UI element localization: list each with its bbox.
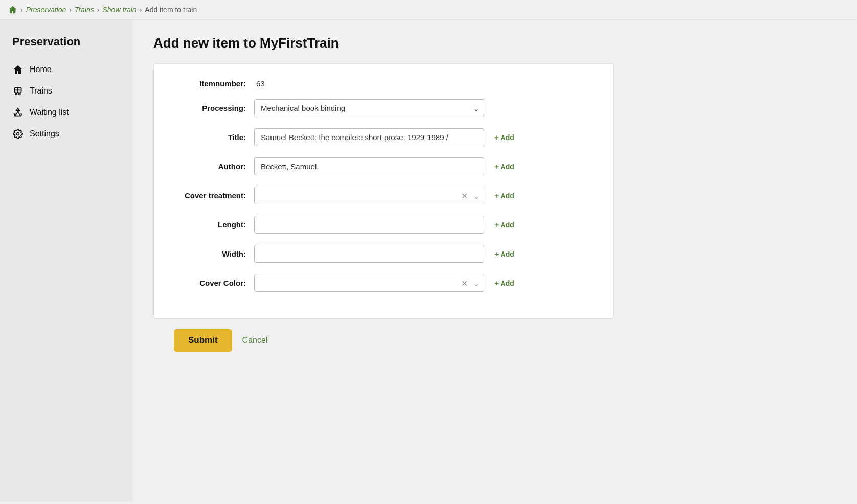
breadcrumb: › Preservation › Trains › Show train › A…	[0, 0, 857, 20]
settings-icon	[12, 128, 24, 140]
title-row: Title: + Add	[174, 128, 593, 146]
width-label: Width:	[174, 249, 246, 258]
cancel-button[interactable]: Cancel	[242, 336, 268, 345]
length-label: Lenght:	[174, 220, 246, 229]
author-add-button[interactable]: + Add	[492, 163, 516, 171]
length-input[interactable]	[254, 216, 484, 234]
width-row: Width: + Add	[174, 245, 593, 263]
itemnumber-value: 63	[254, 79, 265, 88]
title-input[interactable]	[254, 128, 484, 146]
form-actions: Submit Cancel	[153, 319, 837, 357]
svg-point-7	[17, 133, 19, 135]
sidebar-item-trains[interactable]: Trains	[0, 80, 133, 102]
sidebar-title: Preservation	[0, 30, 133, 59]
sidebar-waiting-label: Waiting list	[30, 108, 69, 117]
processing-select[interactable]: Mechanical book binding Hand binding Dig…	[254, 99, 484, 117]
main-content: Add new item to MyFirstTrain Itemnumber:…	[133, 20, 857, 502]
itemnumber-row: Itemnumber: 63	[174, 79, 593, 88]
cover-treatment-add-button[interactable]: + Add	[492, 192, 516, 200]
sidebar-item-waiting-list[interactable]: Waiting list	[0, 102, 133, 123]
itemnumber-label: Itemnumber:	[174, 79, 246, 88]
processing-select-wrapper: Mechanical book binding Hand binding Dig…	[254, 99, 484, 117]
sidebar-home-label: Home	[30, 65, 52, 74]
breadcrumb-sep-4: ›	[140, 6, 142, 14]
cover-treatment-label: Cover treatment:	[174, 191, 246, 200]
cover-color-add-button[interactable]: + Add	[492, 279, 516, 287]
form-card: Itemnumber: 63 Processing: Mechanical bo…	[153, 63, 614, 319]
breadcrumb-trains[interactable]: Trains	[75, 6, 94, 14]
svg-point-1	[15, 93, 17, 95]
sidebar-item-home[interactable]: Home	[0, 59, 133, 80]
cover-treatment-row: Cover treatment: ✕ ⌄ + Add	[174, 187, 593, 204]
sidebar: Preservation Home T	[0, 20, 133, 502]
breadcrumb-current: Add item to train	[145, 6, 197, 14]
sidebar-settings-label: Settings	[30, 129, 59, 139]
sidebar-item-settings[interactable]: Settings	[0, 123, 133, 145]
home-breadcrumb-icon[interactable]	[8, 5, 17, 14]
submit-button[interactable]: Submit	[174, 329, 232, 352]
cover-color-clear-icon[interactable]: ✕	[461, 278, 468, 288]
page-title: Add new item to MyFirstTrain	[153, 35, 837, 51]
length-add-button[interactable]: + Add	[492, 221, 516, 229]
breadcrumb-preservation[interactable]: Preservation	[26, 6, 66, 14]
svg-point-2	[19, 93, 20, 95]
processing-label: Processing:	[174, 104, 246, 112]
cover-treatment-clear-icon[interactable]: ✕	[461, 191, 468, 200]
home-icon	[12, 64, 24, 75]
breadcrumb-show-train[interactable]: Show train	[102, 6, 136, 14]
layout: Preservation Home T	[0, 20, 857, 502]
train-icon	[12, 85, 24, 97]
recycle-icon	[12, 107, 24, 118]
cover-color-row: Cover Color: ✕ ⌄ + Add	[174, 274, 593, 292]
title-label: Title:	[174, 133, 246, 142]
author-input[interactable]	[254, 157, 484, 175]
author-row: Author: + Add	[174, 157, 593, 175]
cover-treatment-select[interactable]	[254, 187, 484, 204]
processing-row: Processing: Mechanical book binding Hand…	[174, 99, 593, 117]
title-add-button[interactable]: + Add	[492, 133, 516, 142]
breadcrumb-sep-3: ›	[97, 6, 100, 14]
cover-treatment-select-wrapper: ✕ ⌄	[254, 187, 484, 204]
breadcrumb-sep-2: ›	[69, 6, 72, 14]
width-add-button[interactable]: + Add	[492, 250, 516, 258]
cover-color-select-wrapper: ✕ ⌄	[254, 274, 484, 292]
author-label: Author:	[174, 162, 246, 171]
width-input[interactable]	[254, 245, 484, 263]
breadcrumb-sep-1: ›	[20, 6, 23, 14]
cover-color-select[interactable]	[254, 274, 484, 292]
length-row: Lenght: + Add	[174, 216, 593, 234]
sidebar-trains-label: Trains	[30, 86, 52, 96]
cover-color-label: Cover Color:	[174, 279, 246, 287]
